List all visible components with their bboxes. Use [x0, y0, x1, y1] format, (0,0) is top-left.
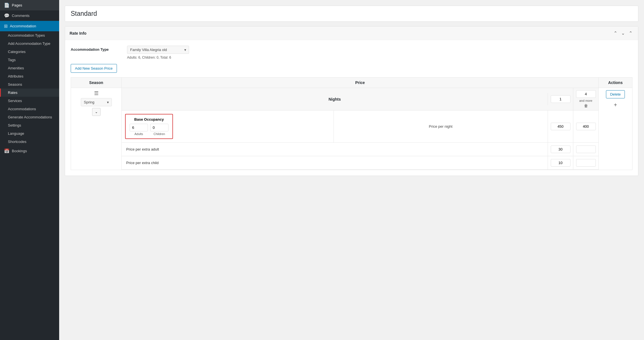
sidebar-item-seasons[interactable]: Seasons [0, 80, 59, 89]
sidebar-label-rates: Rates [8, 90, 17, 95]
accommodation-type-row: Accommodation Type Family Villa Alegria … [71, 46, 632, 59]
night-input-2[interactable] [576, 90, 596, 98]
sidebar-item-shortcodes[interactable]: Shortcodes [0, 138, 59, 146]
adults-input[interactable] [130, 124, 148, 131]
main-content: Standard Rate Info ⌃ ⌄ ⌃ Accommodation T… [59, 0, 644, 340]
sidebar-item-tags[interactable]: Tags [0, 56, 59, 64]
accommodation-icon: ⊞ [4, 23, 8, 29]
base-occupancy-title: Base Occupancy [130, 117, 168, 122]
actions-inner: Delete + [601, 90, 629, 109]
sidebar: 📄 Pages 💬 Comments ⊞ Accommodation Accom… [0, 0, 59, 340]
occupancy-row: Base Occupancy Adults [122, 111, 598, 143]
pages-icon: 📄 [4, 3, 10, 8]
price-col: Nights and more 🗑 [122, 88, 599, 170]
sidebar-item-settings[interactable]: Settings [0, 121, 59, 129]
accommodation-type-sub-info: Adults: 6, Children: 0, Total: 6 [127, 56, 189, 59]
price-input-2[interactable] [576, 123, 596, 130]
children-label: Children [154, 132, 165, 136]
extra-adult-row: Price per extra adult [122, 143, 598, 156]
drag-handle-icon[interactable]: ☰ [94, 90, 99, 96]
chevron-down-button[interactable]: ⌄ [92, 108, 101, 116]
night-input-cell-2: and more 🗑 [573, 88, 598, 110]
accommodation-type-select-wrapper: Family Villa Alegria old ▼ [127, 46, 189, 54]
sidebar-label-language: Language [8, 131, 24, 136]
occupancy-box-wrapper: Base Occupancy Adults [122, 111, 334, 142]
page-title: Standard [71, 10, 632, 17]
sidebar-label-amenities: Amenities [8, 66, 24, 70]
children-input[interactable] [150, 124, 168, 131]
actions-col: Delete + [599, 88, 632, 170]
sidebar-label-settings: Settings [8, 123, 21, 127]
sidebar-label-seasons: Seasons [8, 82, 22, 87]
th-actions: Actions [599, 78, 632, 88]
children-input-group: Children [150, 124, 168, 136]
sidebar-item-add-accommodation-type[interactable]: Add Accommodation Type [0, 39, 59, 48]
price-per-night-label: Price per night [334, 111, 548, 142]
sidebar-item-pages[interactable]: 📄 Pages [0, 0, 59, 10]
price-input-cell-2 [573, 111, 598, 142]
season-select-wrapper: Spring Summer Autumn Winter ▼ [81, 98, 112, 106]
sidebar-item-rates[interactable]: Rates [0, 89, 59, 97]
th-season: Season [71, 78, 122, 88]
sidebar-item-amenities[interactable]: Amenities [0, 64, 59, 72]
night-input-1[interactable] [551, 95, 570, 103]
meta-box-controls: ⌃ ⌄ ⌃ [612, 30, 634, 36]
sidebar-label-accommodation: Accommodation [10, 24, 36, 28]
sidebar-item-generate-accommodations[interactable]: Generate Accommodations [0, 113, 59, 121]
rate-table: Season Price Actions ☰ [71, 77, 632, 170]
collapse-up-button[interactable]: ⌃ [612, 30, 618, 36]
table-row: ☰ Spring Summer Autumn Winter ▼ [71, 88, 632, 170]
sidebar-item-accommodation[interactable]: ⊞ Accommodation [0, 21, 59, 31]
meta-box-header: Rate Info ⌃ ⌄ ⌃ [65, 27, 638, 40]
sidebar-label-comments: Comments [12, 14, 30, 18]
sidebar-label-accommodation-types: Accommodation Types [8, 33, 45, 37]
sidebar-label-add-accommodation-type: Add Accommodation Type [8, 41, 50, 46]
base-occupancy-box: Base Occupancy Adults [125, 114, 173, 139]
adults-input-group: Adults [130, 124, 148, 136]
extra-adult-label: Price per extra adult [122, 144, 548, 154]
sidebar-label-accommodations: Accommodations [8, 107, 36, 111]
sidebar-item-bookings[interactable]: 📅 Bookings [0, 146, 59, 156]
sidebar-label-tags: Tags [8, 58, 15, 62]
extra-adult-price-1[interactable] [551, 145, 570, 153]
and-more-label: and more [579, 99, 592, 102]
sidebar-label-pages: Pages [12, 3, 22, 7]
close-metabox-button[interactable]: ⌃ [628, 30, 634, 36]
sidebar-item-accommodations[interactable]: Accommodations [0, 105, 59, 113]
sidebar-item-services[interactable]: Services [0, 97, 59, 105]
sidebar-item-comments[interactable]: 💬 Comments [0, 10, 59, 21]
sidebar-label-shortcodes: Shortcodes [8, 140, 26, 144]
page-title-bar: Standard [65, 6, 638, 22]
meta-box-title: Rate Info [70, 31, 86, 36]
add-column-button[interactable]: + [612, 101, 619, 109]
extra-adult-price-2[interactable] [576, 145, 596, 153]
night-input-cell-1 [548, 93, 573, 105]
sidebar-item-categories[interactable]: Categories [0, 48, 59, 56]
bookings-icon: 📅 [4, 148, 10, 154]
season-select[interactable]: Spring Summer Autumn Winter [81, 98, 112, 106]
adults-label: Adults [134, 132, 143, 136]
sidebar-label-generate-accommodations: Generate Accommodations [8, 115, 52, 119]
season-col: ☰ Spring Summer Autumn Winter ▼ [71, 88, 122, 170]
collapse-down-button[interactable]: ⌄ [620, 30, 626, 36]
price-input-1[interactable] [551, 123, 570, 130]
accommodation-type-label: Accommodation Type [71, 46, 121, 52]
extra-child-price-2[interactable] [576, 159, 596, 167]
rate-info-metabox: Rate Info ⌃ ⌄ ⌃ Accommodation Type Famil… [65, 26, 638, 176]
sidebar-label-attributes: Attributes [8, 74, 23, 78]
accommodation-type-select[interactable]: Family Villa Alegria old [127, 46, 189, 54]
add-new-season-price-button[interactable]: Add New Season Price [71, 64, 117, 73]
occupancy-inputs: Adults Children [130, 124, 168, 136]
meta-box-body: Accommodation Type Family Villa Alegria … [65, 40, 638, 176]
extra-adult-price-cell-1 [548, 143, 573, 156]
extra-child-price-cell-2 [573, 156, 598, 169]
sidebar-item-attributes[interactable]: Attributes [0, 72, 59, 80]
delete-column-icon[interactable]: 🗑 [584, 103, 588, 108]
delete-button[interactable]: Delete [606, 90, 625, 98]
extra-adult-price-cell-2 [573, 143, 598, 156]
extra-child-price-1[interactable] [551, 159, 570, 167]
sidebar-item-language[interactable]: Language [0, 129, 59, 138]
th-price: Price [122, 78, 599, 88]
sidebar-item-accommodation-types[interactable]: Accommodation Types [0, 31, 59, 39]
price-input-cell-1 [548, 111, 573, 142]
